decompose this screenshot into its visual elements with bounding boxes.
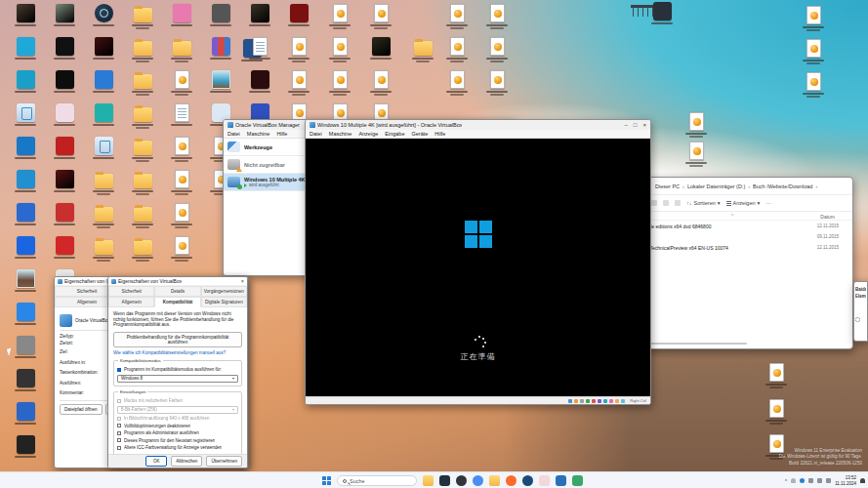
desktop-icon[interactable] <box>13 269 38 292</box>
desktop-icon[interactable] <box>52 70 77 93</box>
desktop-icon[interactable] <box>484 4 510 29</box>
desktop-icon[interactable] <box>13 369 38 391</box>
vm-status-icon[interactable] <box>574 399 578 403</box>
desktop-icon[interactable] <box>683 142 709 167</box>
desktop-icon[interactable] <box>130 103 155 129</box>
network-icon[interactable] <box>817 478 822 483</box>
compat-dialog-tab[interactable]: Vorgängerversionen <box>201 286 247 297</box>
compat-dialog-tab[interactable]: Sicherheit <box>108 286 154 297</box>
vm-menu-item[interactable]: Geräte <box>411 131 428 137</box>
desktop-icon[interactable] <box>801 6 826 31</box>
desktop-icon[interactable] <box>444 4 470 29</box>
compat-os-select[interactable]: Windows 8▾ <box>117 375 238 383</box>
desktop-icon[interactable] <box>764 363 789 388</box>
desktop-icon[interactable] <box>208 37 233 60</box>
desktop-icon[interactable] <box>286 37 311 62</box>
maximize-button[interactable]: □ <box>634 120 638 130</box>
vm-display[interactable]: 正在準備 <box>306 139 650 396</box>
settings-checkbox[interactable]: Modus mit reduzierten Farben <box>117 398 238 403</box>
desktop-icon[interactable] <box>247 4 272 26</box>
settings-checkbox[interactable]: Vollbildoptimierungen deaktivieren <box>117 424 238 428</box>
vm-menu-item[interactable]: Anzeige <box>358 131 378 137</box>
desktop-icon[interactable] <box>13 435 38 458</box>
desktop-icon[interactable] <box>130 236 155 262</box>
desktop-icon[interactable] <box>683 112 709 138</box>
settings-checkbox[interactable]: Programm als Administrator ausführen <box>117 430 238 435</box>
desktop-icon[interactable] <box>130 4 155 29</box>
vm-status-icon[interactable] <box>592 399 596 403</box>
virtualbox-taskbar-icon[interactable] <box>556 475 566 486</box>
desktop-icon[interactable] <box>91 236 116 262</box>
desktop-icon[interactable] <box>91 37 116 60</box>
view-button[interactable]: Anzeigen▾ <box>726 200 761 206</box>
settings-checkbox[interactable]: Dieses Programm für den Neustart registr… <box>117 438 238 443</box>
desktop-icon[interactable] <box>327 70 352 96</box>
close-button[interactable]: × <box>642 120 646 130</box>
desktop-icon[interactable] <box>130 203 155 228</box>
tray-overflow-icon[interactable]: ^ <box>785 478 787 484</box>
ok-button[interactable]: OK <box>145 456 167 467</box>
desktop-icon[interactable] <box>764 399 789 425</box>
desktop-icon[interactable] <box>13 236 38 259</box>
chrome-taskbar-icon[interactable] <box>473 475 483 486</box>
clock[interactable]: 13:52 11.11.2024 <box>835 475 856 486</box>
desktop-icon[interactable] <box>208 70 233 93</box>
copy-icon[interactable] <box>663 200 669 206</box>
green-app-taskbar-icon[interactable] <box>572 475 583 486</box>
desktop-icon[interactable] <box>247 37 272 60</box>
onedrive-icon[interactable] <box>791 478 796 483</box>
vm-menu-item[interactable]: Datei <box>310 131 322 137</box>
breadcrumb-item[interactable]: Dieser PC <box>655 183 680 189</box>
desktop-icon[interactable] <box>801 72 826 98</box>
vm-status-icon[interactable] <box>598 399 601 403</box>
firefox-taskbar-icon[interactable] <box>506 475 517 486</box>
desktop-icon[interactable] <box>91 4 116 26</box>
bluetooth-icon[interactable] <box>800 478 805 483</box>
shortcut-dialog-button[interactable]: Dateipfad öffnen <box>60 404 103 415</box>
start-button[interactable] <box>322 476 331 485</box>
gear-icon[interactable] <box>855 317 860 322</box>
manual-settings-link[interactable]: Wie wähle ich Kompatibilitätseinstellung… <box>113 350 242 355</box>
breadcrumb-item[interactable]: Buch /Website/Download <box>753 183 812 189</box>
desktop-icon[interactable] <box>410 37 435 62</box>
vm-menu-item[interactable]: Hilfe <box>434 131 445 137</box>
desktop-icon[interactable] <box>52 103 77 126</box>
color-mode-select[interactable]: 8-Bit-Farben (256)▾ <box>117 406 238 414</box>
folder-app-taskbar-icon[interactable] <box>489 475 500 486</box>
desktop-icon[interactable] <box>327 37 352 62</box>
desktop-icon[interactable] <box>444 70 470 96</box>
desktop-icon[interactable] <box>91 170 116 195</box>
manager-menu-item[interactable]: Datei <box>227 131 240 137</box>
desktop-icon[interactable] <box>13 37 38 60</box>
apply-button[interactable]: Übernehmen <box>206 456 242 467</box>
compat-dialog-tab[interactable]: Kompatibilität <box>154 297 200 307</box>
desktop-icon[interactable] <box>368 4 393 29</box>
desktop-icon[interactable] <box>13 402 38 425</box>
desktop-icon[interactable] <box>13 70 38 93</box>
vm-titlebar[interactable]: Windows 10 Multiple 4K [wird ausgeführt]… <box>306 120 650 130</box>
desktop-icon[interactable] <box>649 2 675 24</box>
settings-checkbox[interactable]: Ältere ICC-Farbverwaltung für Anzeige ve… <box>117 445 238 450</box>
desktop-icon[interactable] <box>52 4 77 26</box>
desktop-icon[interactable] <box>327 4 352 29</box>
vm-status-icon[interactable] <box>580 399 584 403</box>
cancel-button[interactable]: Abbrechen <box>171 456 202 467</box>
breadcrumb-item[interactable]: Lokaler Datenträger (D:) <box>687 183 745 189</box>
minimize-button[interactable]: – <box>625 120 628 130</box>
desktop-icon[interactable] <box>91 203 116 228</box>
more-button[interactable]: ··· <box>765 200 771 206</box>
desktop-icon[interactable] <box>13 303 38 325</box>
desktop-icon[interactable] <box>169 70 194 96</box>
battery-icon[interactable] <box>808 478 813 483</box>
desktop-icon[interactable] <box>13 103 38 126</box>
desktop-icon[interactable] <box>169 170 194 195</box>
desktop-icon[interactable] <box>368 70 393 96</box>
vm-status-icon[interactable] <box>609 399 613 403</box>
volume-icon[interactable] <box>826 478 831 483</box>
desktop-icon[interactable] <box>286 70 311 96</box>
brave-taskbar-icon[interactable] <box>456 475 467 486</box>
desktop-icon[interactable] <box>169 137 194 162</box>
desktop-icon[interactable] <box>13 170 38 192</box>
compat-mode-checkbox[interactable]: Programm im Kompatibilitätsmodus ausführ… <box>117 367 238 372</box>
vm-status-icon[interactable] <box>621 399 625 403</box>
